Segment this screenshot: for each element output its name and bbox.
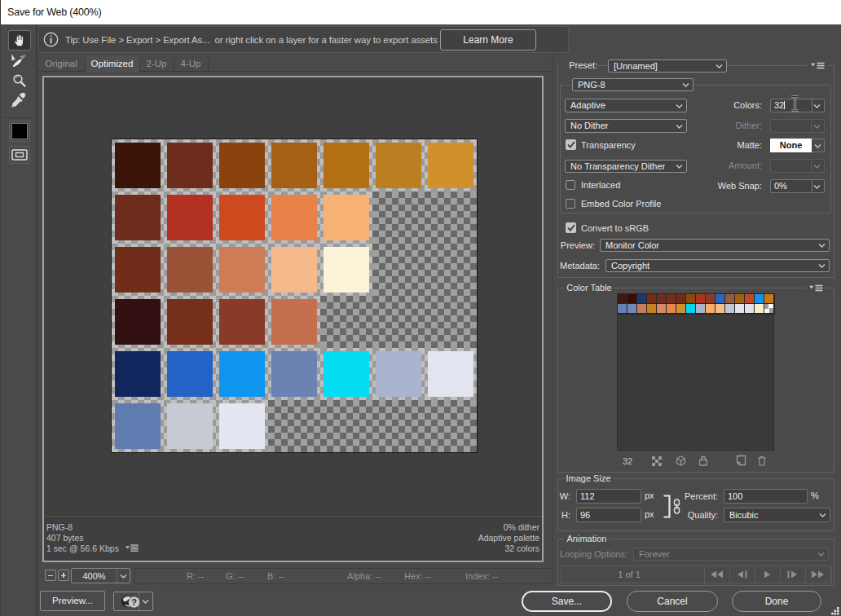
svg-text:?: ? (131, 597, 137, 607)
